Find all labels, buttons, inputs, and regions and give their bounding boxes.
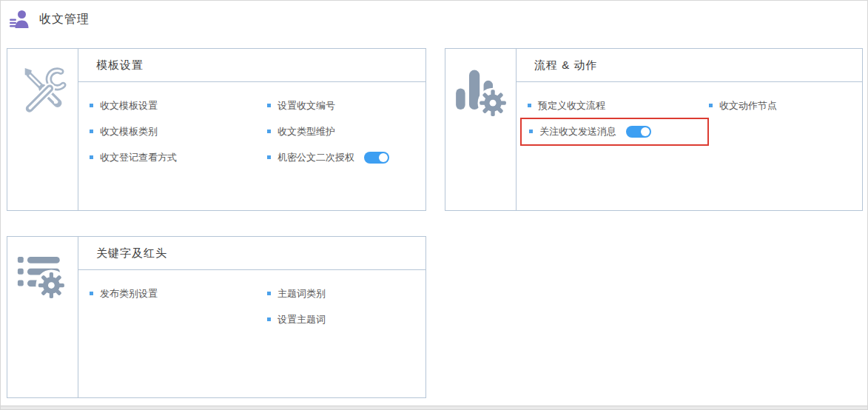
link-receive-type-maintenance[interactable]: 收文类型维护: [267, 125, 425, 138]
card-links: 预定义收文流程 收文动作节点 关注收文发送消息: [517, 82, 862, 144]
link-set-subject-word[interactable]: 设置主题词: [267, 313, 425, 326]
page-header: 收文管理: [1, 1, 867, 38]
bullet-icon: [90, 292, 93, 295]
link-subject-word-category[interactable]: 主题词类别: [267, 287, 425, 300]
bullet-icon: [267, 292, 271, 295]
card-icon-column: [445, 49, 517, 210]
bullet-icon: [709, 104, 713, 107]
link-receive-action-node[interactable]: 收文动作节点: [709, 99, 862, 112]
link-set-receive-number[interactable]: 设置收文编号: [267, 99, 425, 112]
card-title: 关键字及红头: [78, 237, 425, 270]
bullet-icon: [90, 130, 93, 133]
toggle-knob: [379, 153, 388, 162]
link-receive-template-category[interactable]: 收文模板类别: [90, 125, 267, 138]
user-list-icon: [9, 9, 30, 30]
link-receive-register-view-mode[interactable]: 收文登记查看方式: [90, 151, 267, 164]
list-gear-icon: [13, 252, 73, 303]
page-bottom-strip: [1, 406, 867, 409]
bullet-icon: [529, 130, 533, 133]
card-title: 模板设置: [78, 49, 425, 82]
link-follow-receive-send-message[interactable]: 关注收文发送消息: [529, 125, 651, 138]
card-template-settings: 模板设置 收文模板设置 设置收文编号 收文模板类别 收文类型维护: [7, 48, 426, 211]
follow-message-toggle[interactable]: [626, 126, 651, 138]
card-title: 流程 & 动作: [517, 49, 862, 82]
bullet-icon: [528, 104, 531, 107]
highlighted-setting-box: 关注收文发送消息: [520, 118, 709, 146]
bullet-icon: [267, 155, 271, 159]
crossed-tools-icon: [15, 64, 71, 120]
toggle-knob: [641, 127, 650, 136]
bullet-icon: [267, 130, 271, 133]
bullet-icon: [90, 104, 93, 107]
empty-cell: [90, 319, 267, 320]
bar-chart-gear-icon: [451, 64, 511, 120]
card-flow-actions: 流程 & 动作 预定义收文流程 收文动作节点 关注收文发送消息: [445, 48, 863, 211]
card-icon-column: [7, 49, 78, 210]
page-title: 收文管理: [39, 12, 90, 27]
link-confidential-doc-secondary-auth[interactable]: 机密公文二次授权: [267, 151, 425, 164]
link-receive-template-settings[interactable]: 收文模板设置: [90, 99, 267, 112]
bullet-icon: [90, 155, 93, 159]
link-predefined-receive-flow[interactable]: 预定义收文流程: [528, 99, 709, 112]
bullet-icon: [267, 104, 271, 107]
card-icon-column: [7, 237, 78, 397]
card-keywords-redheader: 关键字及红头 发布类别设置 主题词类别 设置主题词: [7, 236, 426, 398]
bullet-icon: [267, 317, 271, 321]
card-links: 收文模板设置 设置收文编号 收文模板类别 收文类型维护 收文登记查看方式: [78, 82, 425, 170]
confidential-auth-toggle[interactable]: [364, 152, 389, 164]
link-publish-category-settings[interactable]: 发布类别设置: [90, 287, 267, 300]
empty-cell: [709, 131, 862, 132]
card-links: 发布类别设置 主题词类别 设置主题词: [78, 270, 425, 332]
receive-doc-management-page: 收文管理: [0, 0, 868, 410]
